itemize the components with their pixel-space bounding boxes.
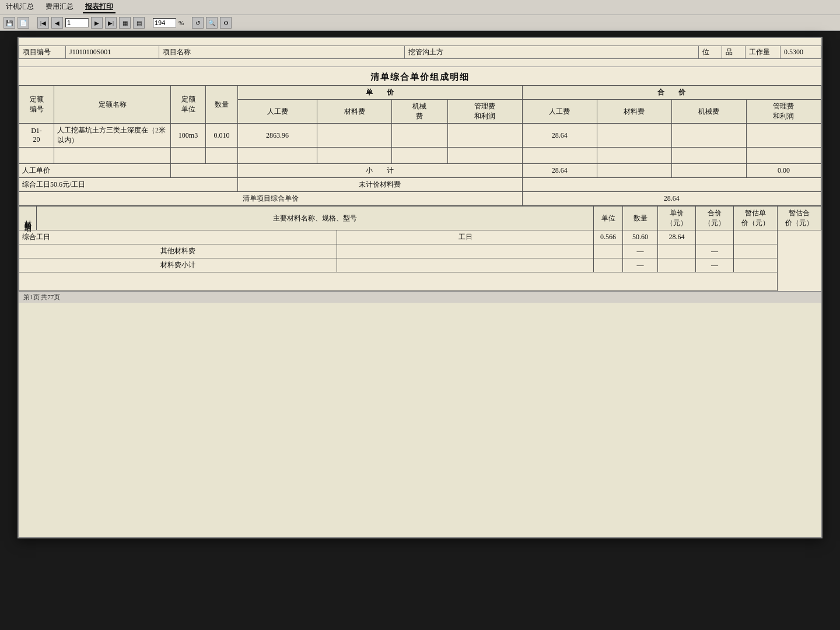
material-total-1: 28.64 — [658, 230, 696, 244]
subtotal-labor: 28.64 — [522, 164, 597, 178]
settings-icon[interactable]: ⚙ — [220, 17, 232, 29]
cell-u-machine — [392, 124, 447, 148]
subtotal-machine — [671, 164, 746, 178]
header-machine1: 机械费 — [392, 100, 447, 124]
first-page-icon[interactable]: |◀ — [37, 17, 49, 29]
other-material-label: 其他材料费 — [19, 244, 337, 258]
project-code-label: 项目编号 — [19, 46, 66, 59]
cell-name-empty — [54, 148, 171, 164]
header-mgmt1: 管理费和利润 — [447, 100, 522, 124]
composite-unit-price-row: 清单项目综合单价 28.64 — [19, 192, 821, 206]
composite-label: 清单项目综合单价 — [19, 192, 523, 206]
labor-unit-price-label: 人工单价 — [19, 164, 171, 178]
refresh-icon[interactable]: ↺ — [192, 17, 204, 29]
cell-t-mgmt — [746, 124, 821, 148]
cell-name: 人工挖基坑土方三类土深度在（2米以内） — [54, 124, 171, 148]
other-material-unit — [337, 244, 594, 258]
uncounted-value — [522, 178, 821, 192]
work-qty-label: 工作量 — [746, 46, 780, 59]
page-input[interactable] — [65, 18, 89, 27]
material-subtotal-qty — [594, 258, 623, 272]
project-code-value: J1010100S001 — [66, 46, 159, 59]
pdf-icon[interactable]: 📄 — [18, 17, 29, 29]
material-main-label: 主要材料名称、规格、型号 — [37, 206, 594, 230]
save-icon[interactable]: 💾 — [4, 17, 15, 29]
cell-u-labor-empty — [238, 148, 317, 164]
qty-label: 品 — [722, 46, 746, 59]
view-icon-1[interactable]: ▦ — [119, 17, 131, 29]
material-unit-price-1: 50.60 — [623, 230, 658, 244]
header-total-price-group: 合 价 — [522, 86, 821, 100]
subtotal-mgmt: 0.00 — [746, 164, 821, 178]
section-title: 清单综合单价组成明细 — [19, 67, 821, 85]
page-info: 第1页 共77页 — [23, 293, 60, 300]
subtotal-label: 小 计 — [238, 164, 523, 178]
composite-value: 28.64 — [522, 192, 821, 206]
other-material-est-total — [734, 244, 778, 258]
material-subtotal-unit — [337, 258, 594, 272]
uncounted-label: 未计价材料费 — [238, 178, 523, 192]
top-strip-table: 项目编号 J1010100S001 项目名称 挖管沟土方 位 品 工作量 0.5… — [19, 46, 821, 59]
cell-qty-empty — [206, 148, 238, 164]
menu-bar: 计机汇总 费用汇总 报表打印 — [0, 0, 840, 15]
cell-qty: 0.010 — [206, 124, 238, 148]
cell-u-labor: 2863.96 — [238, 124, 317, 148]
header-code: 定额编号 — [19, 86, 54, 124]
workday-label: 综合工日50.6元/工日 — [19, 178, 238, 192]
cell-t-machine — [671, 124, 746, 148]
labor-unit-price-row: 人工单价 小 计 28.64 0.00 — [19, 164, 821, 178]
work-qty-value: 0.5300 — [780, 46, 821, 59]
project-name-value: 挖管沟土方 — [405, 46, 699, 59]
material-est-total-label: 暂估合价（元） — [778, 206, 821, 230]
zoom-unit: % — [178, 19, 184, 26]
material-row-1: 综合工日 工日 0.566 50.60 28.64 — [19, 230, 821, 244]
cell-u-machine-empty — [392, 148, 447, 164]
material-qty-label: 数量 — [623, 206, 658, 230]
header-name: 定额名称 — [54, 86, 171, 124]
header-unit: 定额单位 — [171, 86, 206, 124]
subtotal-material — [597, 164, 671, 178]
material-qty-1: 0.566 — [594, 230, 623, 244]
top-strip: 项目编号 J1010100S001 项目名称 挖管沟土方 位 品 工作量 0.5… — [19, 38, 821, 67]
header-mgmt2: 管理费和利润 — [746, 100, 821, 124]
material-empty-cell — [19, 272, 778, 291]
material-unit-price-label: 单价（元） — [658, 206, 696, 230]
cell-t-material — [597, 124, 671, 148]
document-wrapper: 项目编号 J1010100S001 项目名称 挖管沟土方 位 品 工作量 0.5… — [18, 37, 822, 538]
prev-page-icon[interactable]: ◀ — [51, 17, 63, 29]
cell-t-material-empty — [597, 148, 671, 164]
menu-item-print[interactable]: 报表打印 — [83, 1, 116, 13]
header-labor1: 人工费 — [238, 100, 317, 124]
header-material2: 材料费 — [597, 100, 671, 124]
header-unit-price-group: 单 价 — [238, 86, 523, 100]
workday-row: 综合工日50.6元/工日 未计价材料费 — [19, 178, 821, 192]
other-material-total — [658, 244, 696, 258]
other-material-qty — [594, 244, 623, 258]
material-total-label: 合价（元） — [696, 206, 734, 230]
menu-item-summary[interactable]: 计机汇总 — [4, 1, 36, 13]
status-bar: 第1页 共77页 — [19, 291, 821, 303]
other-material-row: 其他材料费 — — — [19, 244, 821, 258]
material-est-unit-label: 暂估单价（元） — [734, 206, 778, 230]
content: 清单综合单价组成明细 定额编号 定额名称 定额单位 数量 单 价 合 价 人工费 — [19, 67, 821, 291]
next-page-icon[interactable]: ▶ — [91, 17, 103, 29]
material-subtotal-est-unit: — — [696, 258, 734, 272]
spacer-1 — [171, 164, 238, 178]
last-page-icon[interactable]: ▶| — [105, 17, 117, 29]
menu-item-cost[interactable]: 费用汇总 — [43, 1, 76, 13]
material-side-label: 材料费明细 — [19, 206, 37, 230]
project-name-label: 项目名称 — [159, 46, 405, 59]
material-table: 材料费明细 主要材料名称、规格、型号 单位 数量 单价（元） 合价（元） 暂估单… — [19, 206, 821, 291]
material-empty-row — [19, 272, 821, 291]
cell-u-material-empty — [317, 148, 392, 164]
zoom-in-icon[interactable]: 🔍 — [206, 17, 218, 29]
cell-unit-empty — [171, 148, 206, 164]
other-material-est-unit: — — [696, 244, 734, 258]
zoom-input[interactable] — [153, 18, 176, 27]
material-name-1: 综合工日 — [19, 230, 337, 244]
table-row-empty — [19, 148, 821, 164]
cell-t-labor: 28.64 — [522, 124, 597, 148]
cell-t-machine-empty — [671, 148, 746, 164]
cell-u-material — [317, 124, 392, 148]
view-icon-2[interactable]: ▤ — [133, 17, 145, 29]
